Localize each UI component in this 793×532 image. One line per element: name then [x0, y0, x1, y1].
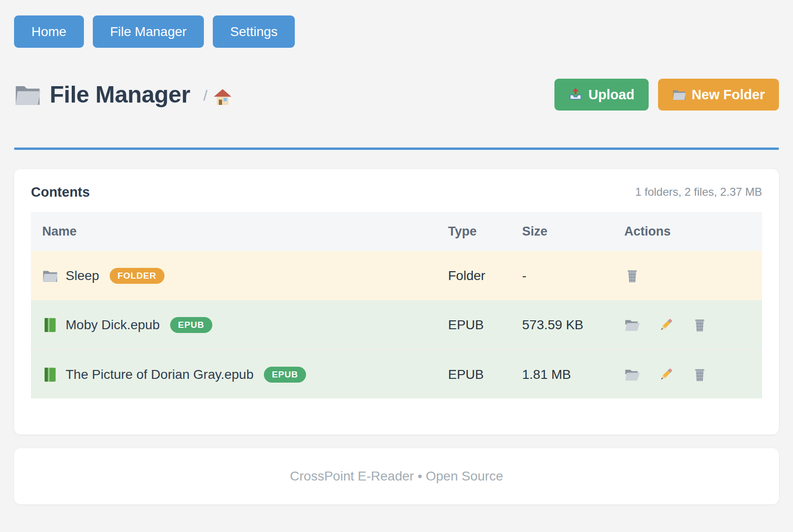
move-button[interactable] [624, 317, 640, 333]
new-folder-button[interactable]: New Folder [658, 79, 779, 111]
size-cell: 573.59 KB [522, 318, 624, 332]
trash-icon [624, 268, 640, 284]
column-header-name: Name [42, 224, 448, 239]
title-group: File Manager / [14, 81, 232, 108]
folder-open-icon [624, 367, 640, 383]
size-cell: 1.81 MB [522, 367, 624, 382]
folder-badge: FOLDER [110, 268, 165, 284]
contents-title: Contents [31, 185, 90, 200]
upload-button-label: Upload [588, 87, 634, 103]
top-nav: Home File Manager Settings [14, 0, 779, 48]
delete-button[interactable] [692, 367, 708, 383]
contents-card-header: Contents 1 folders, 2 files, 2.37 MB [31, 182, 762, 202]
contents-summary: 1 folders, 2 files, 2.37 MB [635, 185, 762, 199]
actions-cell [624, 317, 759, 333]
header-actions: Upload New Folder [554, 79, 779, 111]
type-cell: Folder [448, 268, 522, 283]
table-row[interactable]: Moby Dick.epub EPUB EPUB 573.59 KB [31, 300, 762, 349]
breadcrumb-separator: / [203, 87, 208, 108]
column-header-type: Type [448, 224, 522, 239]
name-cell: Sleep FOLDER [42, 268, 448, 284]
type-cell: EPUB [448, 318, 522, 332]
actions-cell [624, 268, 759, 284]
pencil-icon [658, 317, 674, 333]
nav-button-home[interactable]: Home [14, 15, 84, 48]
type-cell: EPUB [448, 367, 522, 382]
column-header-size: Size [522, 224, 624, 239]
book-icon [42, 367, 58, 383]
file-name: Sleep [66, 268, 99, 283]
move-button[interactable] [624, 367, 640, 383]
name-cell: The Picture of Dorian Gray.epub EPUB [42, 367, 448, 383]
folder-open-icon [624, 317, 640, 333]
nav-button-settings[interactable]: Settings [213, 15, 295, 48]
footer: CrossPoint E-Reader • Open Source [14, 448, 779, 504]
footer-text: CrossPoint E-Reader • Open Source [290, 469, 503, 484]
file-manager-page: Home File Manager Settings File Manager … [0, 0, 793, 532]
new-folder-button-label: New Folder [692, 87, 765, 103]
table-header: Name Type Size Actions [31, 212, 762, 251]
delete-button[interactable] [624, 268, 640, 284]
table-row[interactable]: Sleep FOLDER Folder - [31, 251, 762, 300]
files-table: Name Type Size Actions Sleep FOLDER Fold… [31, 212, 762, 399]
book-icon [42, 317, 58, 333]
page-title: File Manager [50, 83, 190, 106]
house-icon[interactable] [213, 89, 232, 107]
table-row[interactable]: The Picture of Dorian Gray.epub EPUB EPU… [31, 349, 762, 399]
name-cell: Moby Dick.epub EPUB [42, 317, 448, 333]
contents-card: Contents 1 folders, 2 files, 2.37 MB Nam… [14, 169, 779, 435]
upload-button[interactable]: Upload [554, 79, 648, 111]
folder-icon [672, 88, 686, 102]
trash-icon [692, 317, 708, 333]
epub-badge: EPUB [264, 367, 306, 383]
upload-tray-icon [569, 88, 583, 102]
folder-icon [42, 268, 58, 284]
column-header-actions: Actions [624, 224, 759, 239]
actions-cell [624, 367, 759, 383]
trash-icon [692, 367, 708, 383]
folder-icon [14, 81, 41, 108]
rename-button[interactable] [658, 367, 674, 383]
page-header: File Manager / Upload New Folder [14, 78, 779, 111]
epub-badge: EPUB [170, 317, 212, 333]
rename-button[interactable] [658, 317, 674, 333]
file-name: The Picture of Dorian Gray.epub [66, 367, 254, 382]
delete-button[interactable] [692, 317, 708, 333]
nav-button-file-manager[interactable]: File Manager [93, 15, 204, 48]
file-name: Moby Dick.epub [66, 318, 160, 332]
size-cell: - [522, 268, 624, 283]
pencil-icon [658, 367, 674, 383]
accent-divider [14, 148, 779, 150]
